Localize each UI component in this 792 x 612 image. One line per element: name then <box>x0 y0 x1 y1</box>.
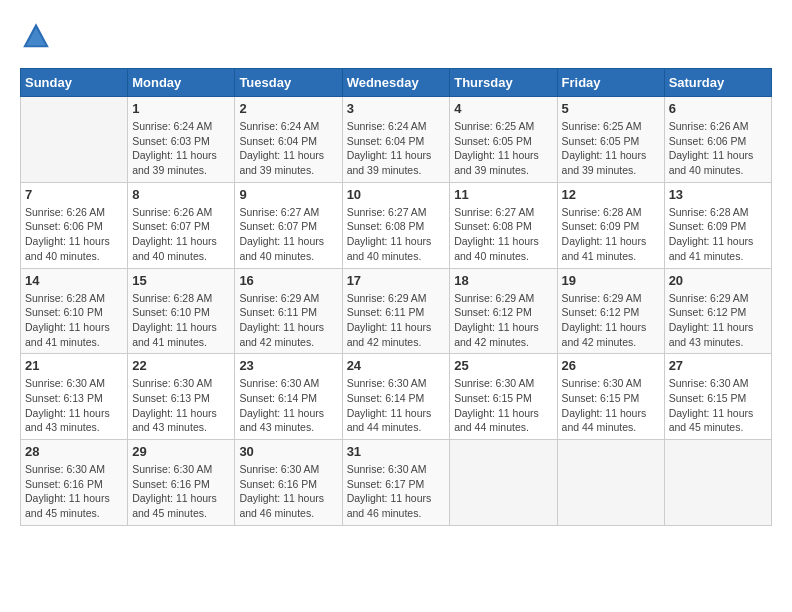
day-info: Sunrise: 6:26 AM Sunset: 6:06 PM Dayligh… <box>25 205 123 264</box>
day-number: 8 <box>132 187 230 202</box>
day-number: 13 <box>669 187 767 202</box>
sunrise: Sunrise: 6:27 AM <box>454 206 534 218</box>
day-cell <box>557 440 664 526</box>
day-number: 11 <box>454 187 552 202</box>
calendar-header: SundayMondayTuesdayWednesdayThursdayFrid… <box>21 69 772 97</box>
day-number: 10 <box>347 187 446 202</box>
sunrise: Sunrise: 6:27 AM <box>239 206 319 218</box>
sunset: Sunset: 6:13 PM <box>132 392 210 404</box>
day-number: 5 <box>562 101 660 116</box>
day-info: Sunrise: 6:26 AM Sunset: 6:07 PM Dayligh… <box>132 205 230 264</box>
daylight: Daylight: 11 hours and 40 minutes. <box>347 235 432 262</box>
sunrise: Sunrise: 6:28 AM <box>669 206 749 218</box>
day-cell: 28 Sunrise: 6:30 AM Sunset: 6:16 PM Dayl… <box>21 440 128 526</box>
day-cell: 22 Sunrise: 6:30 AM Sunset: 6:13 PM Dayl… <box>128 354 235 440</box>
sunset: Sunset: 6:16 PM <box>239 478 317 490</box>
day-cell: 5 Sunrise: 6:25 AM Sunset: 6:05 PM Dayli… <box>557 97 664 183</box>
day-cell: 23 Sunrise: 6:30 AM Sunset: 6:14 PM Dayl… <box>235 354 342 440</box>
sunset: Sunset: 6:03 PM <box>132 135 210 147</box>
day-info: Sunrise: 6:28 AM Sunset: 6:09 PM Dayligh… <box>562 205 660 264</box>
sunset: Sunset: 6:07 PM <box>239 220 317 232</box>
sunrise: Sunrise: 6:28 AM <box>132 292 212 304</box>
week-row-3: 14 Sunrise: 6:28 AM Sunset: 6:10 PM Dayl… <box>21 268 772 354</box>
sunrise: Sunrise: 6:30 AM <box>562 377 642 389</box>
day-info: Sunrise: 6:27 AM Sunset: 6:08 PM Dayligh… <box>347 205 446 264</box>
calendar-table: SundayMondayTuesdayWednesdayThursdayFrid… <box>20 68 772 526</box>
sunset: Sunset: 6:16 PM <box>25 478 103 490</box>
day-cell: 14 Sunrise: 6:28 AM Sunset: 6:10 PM Dayl… <box>21 268 128 354</box>
sunset: Sunset: 6:15 PM <box>454 392 532 404</box>
day-info: Sunrise: 6:25 AM Sunset: 6:05 PM Dayligh… <box>454 119 552 178</box>
day-cell: 17 Sunrise: 6:29 AM Sunset: 6:11 PM Dayl… <box>342 268 450 354</box>
day-number: 28 <box>25 444 123 459</box>
day-number: 14 <box>25 273 123 288</box>
sunset: Sunset: 6:15 PM <box>669 392 747 404</box>
daylight: Daylight: 11 hours and 46 minutes. <box>239 492 324 519</box>
day-cell: 3 Sunrise: 6:24 AM Sunset: 6:04 PM Dayli… <box>342 97 450 183</box>
sunrise: Sunrise: 6:30 AM <box>347 463 427 475</box>
day-number: 2 <box>239 101 337 116</box>
sunset: Sunset: 6:11 PM <box>347 306 425 318</box>
calendar-body: 1 Sunrise: 6:24 AM Sunset: 6:03 PM Dayli… <box>21 97 772 526</box>
week-row-5: 28 Sunrise: 6:30 AM Sunset: 6:16 PM Dayl… <box>21 440 772 526</box>
day-cell: 31 Sunrise: 6:30 AM Sunset: 6:17 PM Dayl… <box>342 440 450 526</box>
sunrise: Sunrise: 6:27 AM <box>347 206 427 218</box>
daylight: Daylight: 11 hours and 41 minutes. <box>132 321 217 348</box>
day-info: Sunrise: 6:27 AM Sunset: 6:08 PM Dayligh… <box>454 205 552 264</box>
day-cell: 27 Sunrise: 6:30 AM Sunset: 6:15 PM Dayl… <box>664 354 771 440</box>
day-info: Sunrise: 6:30 AM Sunset: 6:16 PM Dayligh… <box>25 462 123 521</box>
sunrise: Sunrise: 6:24 AM <box>132 120 212 132</box>
sunset: Sunset: 6:10 PM <box>25 306 103 318</box>
day-cell: 4 Sunrise: 6:25 AM Sunset: 6:05 PM Dayli… <box>450 97 557 183</box>
daylight: Daylight: 11 hours and 45 minutes. <box>132 492 217 519</box>
sunset: Sunset: 6:06 PM <box>669 135 747 147</box>
day-number: 16 <box>239 273 337 288</box>
day-number: 23 <box>239 358 337 373</box>
day-number: 9 <box>239 187 337 202</box>
day-cell: 12 Sunrise: 6:28 AM Sunset: 6:09 PM Dayl… <box>557 182 664 268</box>
daylight: Daylight: 11 hours and 45 minutes. <box>25 492 110 519</box>
day-info: Sunrise: 6:30 AM Sunset: 6:15 PM Dayligh… <box>562 376 660 435</box>
sunrise: Sunrise: 6:30 AM <box>132 463 212 475</box>
day-cell: 19 Sunrise: 6:29 AM Sunset: 6:12 PM Dayl… <box>557 268 664 354</box>
day-number: 29 <box>132 444 230 459</box>
day-number: 21 <box>25 358 123 373</box>
day-cell <box>21 97 128 183</box>
sunset: Sunset: 6:12 PM <box>454 306 532 318</box>
sunrise: Sunrise: 6:30 AM <box>239 463 319 475</box>
day-info: Sunrise: 6:28 AM Sunset: 6:10 PM Dayligh… <box>132 291 230 350</box>
day-number: 24 <box>347 358 446 373</box>
day-number: 26 <box>562 358 660 373</box>
header-cell-thursday: Thursday <box>450 69 557 97</box>
day-info: Sunrise: 6:29 AM Sunset: 6:12 PM Dayligh… <box>454 291 552 350</box>
week-row-2: 7 Sunrise: 6:26 AM Sunset: 6:06 PM Dayli… <box>21 182 772 268</box>
day-number: 15 <box>132 273 230 288</box>
day-info: Sunrise: 6:30 AM Sunset: 6:14 PM Dayligh… <box>239 376 337 435</box>
day-number: 30 <box>239 444 337 459</box>
sunset: Sunset: 6:05 PM <box>562 135 640 147</box>
day-cell: 18 Sunrise: 6:29 AM Sunset: 6:12 PM Dayl… <box>450 268 557 354</box>
header-cell-sunday: Sunday <box>21 69 128 97</box>
day-cell: 10 Sunrise: 6:27 AM Sunset: 6:08 PM Dayl… <box>342 182 450 268</box>
daylight: Daylight: 11 hours and 39 minutes. <box>239 149 324 176</box>
logo <box>20 20 56 52</box>
sunrise: Sunrise: 6:30 AM <box>25 463 105 475</box>
day-cell: 20 Sunrise: 6:29 AM Sunset: 6:12 PM Dayl… <box>664 268 771 354</box>
daylight: Daylight: 11 hours and 39 minutes. <box>347 149 432 176</box>
logo-icon <box>20 20 52 52</box>
day-cell: 9 Sunrise: 6:27 AM Sunset: 6:07 PM Dayli… <box>235 182 342 268</box>
page-header <box>20 20 772 52</box>
daylight: Daylight: 11 hours and 44 minutes. <box>347 407 432 434</box>
header-cell-wednesday: Wednesday <box>342 69 450 97</box>
day-cell <box>450 440 557 526</box>
header-cell-tuesday: Tuesday <box>235 69 342 97</box>
daylight: Daylight: 11 hours and 42 minutes. <box>454 321 539 348</box>
day-info: Sunrise: 6:29 AM Sunset: 6:11 PM Dayligh… <box>347 291 446 350</box>
daylight: Daylight: 11 hours and 42 minutes. <box>347 321 432 348</box>
day-number: 27 <box>669 358 767 373</box>
day-cell: 1 Sunrise: 6:24 AM Sunset: 6:03 PM Dayli… <box>128 97 235 183</box>
sunrise: Sunrise: 6:30 AM <box>132 377 212 389</box>
day-number: 1 <box>132 101 230 116</box>
sunset: Sunset: 6:17 PM <box>347 478 425 490</box>
day-cell: 7 Sunrise: 6:26 AM Sunset: 6:06 PM Dayli… <box>21 182 128 268</box>
